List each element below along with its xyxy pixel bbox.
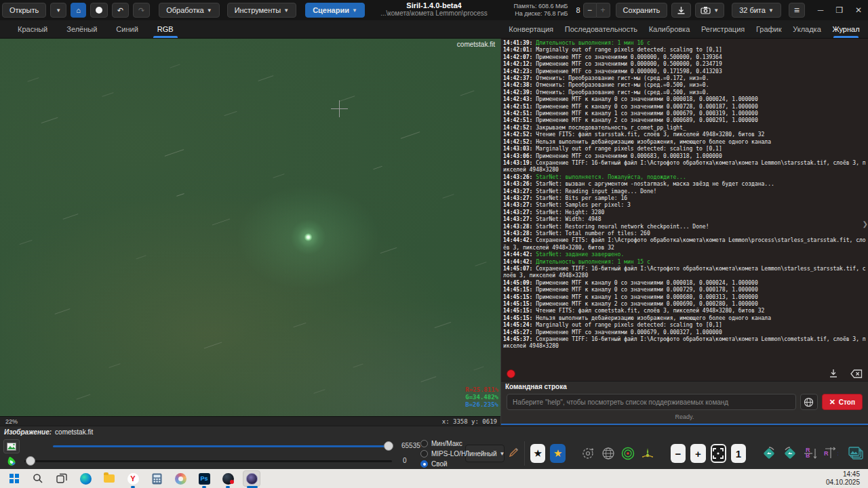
- zoom-one-button[interactable]: 1: [731, 444, 746, 463]
- scale-mode-select[interactable]: Линейный▼: [465, 445, 505, 462]
- zoom-out-button[interactable]: −: [671, 444, 686, 463]
- stop-button[interactable]: ✕ Стоп: [822, 394, 863, 410]
- comet-tool-button[interactable]: [640, 444, 655, 463]
- log-entry: 14:42:52: Чтение FITS: файл starsstak.fi…: [503, 131, 866, 138]
- threads-increase-button[interactable]: +: [597, 3, 610, 18]
- tab-log[interactable]: Журнал: [828, 20, 863, 38]
- export-log-button[interactable]: [829, 369, 838, 378]
- minimize-button[interactable]: ─: [811, 2, 830, 18]
- zoom-fit-button[interactable]: [711, 444, 726, 463]
- annotations-globe-button[interactable]: [600, 444, 615, 463]
- flip-vertical-button[interactable]: RR: [803, 444, 818, 463]
- tab-rgb-channel[interactable]: RGB: [148, 20, 183, 38]
- log-entry: 14:43:28: StarNet: Restoring neural netw…: [503, 224, 866, 230]
- rotate-right-button[interactable]: [782, 444, 798, 463]
- bitdepth-select[interactable]: 32 бита▼: [732, 3, 781, 18]
- log-entry: 14:41:39: Длительность выполнения: 1 мин…: [503, 40, 866, 47]
- annotate-brush-button[interactable]: [509, 447, 519, 460]
- save-button[interactable]: Сохранить: [616, 3, 668, 18]
- log-panel: 14:41:39: Длительность выполнения: 1 мин…: [500, 39, 868, 426]
- brush-icon: [509, 447, 519, 458]
- radio-mips-lo-hi[interactable]: MIPS-LO/HI: [420, 449, 468, 459]
- rotate-left-button[interactable]: [761, 444, 777, 463]
- command-input[interactable]: [507, 394, 796, 410]
- high-cutoff-slider[interactable]: [53, 441, 392, 451]
- astrometry-button[interactable]: [580, 444, 595, 463]
- log-entry: 14:42:52: Нельзя выполнить дебайеризацию…: [503, 139, 866, 146]
- snapshot-button[interactable]: ▼: [695, 3, 724, 18]
- radio-icon: [420, 440, 428, 447]
- star-mask-button[interactable]: ★: [550, 444, 565, 463]
- log-entry: 14:45:15: Применение MTF к каналу 0 со з…: [503, 287, 866, 293]
- taskbar-calculator-button[interactable]: [148, 470, 165, 487]
- undo-icon: ↶: [117, 6, 123, 15]
- command-help-button[interactable]: [800, 394, 818, 410]
- star-icon: ★: [553, 447, 562, 460]
- log-entry: 14:42:23: Применение MTF со значениями 0…: [503, 68, 866, 75]
- record-button[interactable]: [90, 3, 108, 18]
- image-canvas[interactable]: cometstak.fit R=25.811% G=34.482% B=26.2…: [0, 39, 500, 416]
- tab-conversion[interactable]: Конвертация: [505, 20, 557, 38]
- open-dropdown-button[interactable]: ▼: [50, 3, 66, 18]
- workflow-tabs: Конвертация Последовательность Калибровк…: [500, 20, 868, 38]
- pixel-green-value: G=34.482%: [465, 394, 498, 401]
- close-button[interactable]: ✕: [849, 2, 868, 18]
- cursor-coordinates: x: 3358 y: 0619: [442, 418, 500, 425]
- taskbar-paint-button[interactable]: [172, 470, 189, 487]
- tools-menu-button[interactable]: Инструменты▼: [227, 3, 297, 18]
- tab-plot[interactable]: График: [752, 20, 786, 38]
- redo-icon: ↷: [138, 6, 144, 15]
- low-slider-handle[interactable]: [26, 456, 35, 466]
- maximize-button[interactable]: ❒: [830, 2, 849, 18]
- radio-custom[interactable]: Свой: [420, 459, 468, 469]
- tab-sequence[interactable]: Последовательность: [561, 20, 642, 38]
- panel-expander-icon[interactable]: ❯: [863, 220, 868, 228]
- low-cutoff-value: 0: [403, 457, 407, 464]
- memory-info: Память: 608.6 МиБ На диске: 76.8 ГиБ: [514, 3, 568, 18]
- task-view-button[interactable]: [53, 470, 71, 487]
- threads-decrease-button[interactable]: −: [583, 3, 597, 18]
- high-slider-handle[interactable]: [384, 441, 393, 451]
- display-mode-button[interactable]: [3, 439, 20, 453]
- one-to-one-label: 1: [736, 448, 741, 460]
- open-button[interactable]: Открыть: [2, 3, 46, 18]
- taskbar-edge-button[interactable]: [77, 470, 94, 487]
- taskbar-explorer-button[interactable]: [100, 470, 118, 487]
- tab-registration[interactable]: Регистрация: [697, 20, 749, 38]
- undo-button[interactable]: ↶: [112, 3, 129, 18]
- start-button[interactable]: [5, 470, 23, 487]
- scripts-menu-button[interactable]: Сценарии▼: [305, 3, 365, 18]
- log-entry: 14:45:15: Применение MTF к каналу 2 со з…: [503, 301, 866, 308]
- taskbar-yandex-button[interactable]: Y: [124, 470, 142, 487]
- camera-icon: [701, 6, 711, 14]
- zoom-in-button[interactable]: +: [690, 444, 705, 463]
- tab-green-channel[interactable]: Зелёный: [57, 20, 106, 38]
- star-removal-button[interactable]: ★: [530, 444, 545, 463]
- taskbar-search-button[interactable]: [29, 470, 47, 487]
- chevron-down-icon: ▼: [352, 7, 357, 14]
- home-button[interactable]: ⌂: [71, 3, 86, 18]
- sequence-frames-button[interactable]: [848, 444, 864, 463]
- save-as-button[interactable]: [671, 3, 691, 18]
- taskbar-siril-button[interactable]: [243, 470, 260, 487]
- log-list[interactable]: 14:41:39: Длительность выполнения: 1 мин…: [501, 39, 868, 366]
- photometry-target-button[interactable]: [620, 444, 635, 463]
- tab-calibration[interactable]: Калибровка: [645, 20, 694, 38]
- redo-button[interactable]: ↷: [133, 3, 150, 18]
- taskbar-planetarium-button[interactable]: [219, 470, 237, 487]
- flip-horizontal-button[interactable]: RR: [823, 444, 838, 463]
- chevron-down-icon: ▼: [713, 7, 719, 14]
- processing-menu-button[interactable]: Обработка▼: [159, 3, 219, 18]
- hamburger-menu-button[interactable]: ≡: [789, 3, 805, 18]
- taskbar-clock[interactable]: 14:45 04.10.2025: [826, 470, 868, 487]
- tab-blue-channel[interactable]: Синий: [106, 20, 147, 38]
- low-cutoff-slider[interactable]: [24, 456, 392, 466]
- radio-min-max[interactable]: Мин/Макс: [420, 439, 468, 449]
- tab-red-channel[interactable]: Красный: [8, 20, 57, 38]
- taskbar-photoshop-button[interactable]: Ps: [195, 470, 213, 487]
- clear-log-button[interactable]: [850, 369, 863, 378]
- siril-window: Открыть ▼ ⌂ ↶ ↷ Обработка▼ Инструменты▼ …: [0, 0, 868, 488]
- radio-selected-icon: [420, 460, 428, 468]
- tab-stacking[interactable]: Укладка: [789, 20, 825, 38]
- color-gamut-button[interactable]: [3, 454, 20, 468]
